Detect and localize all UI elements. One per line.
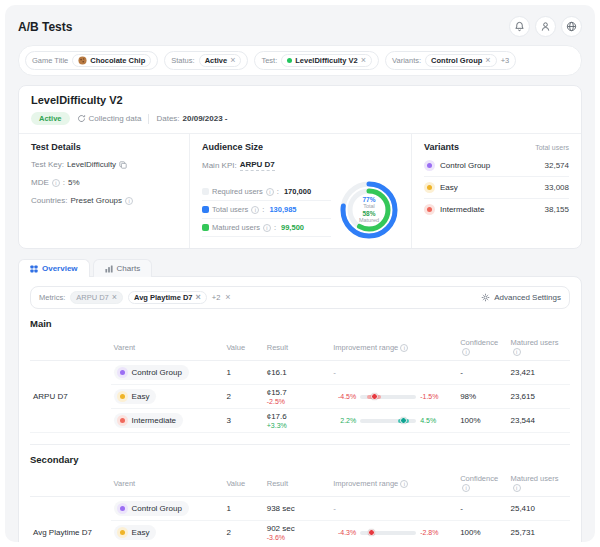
results-col-metric: [30, 334, 111, 361]
audience-legend-row: Matured usersi:99,500: [202, 219, 331, 237]
results-section-title: Secondary: [30, 454, 570, 465]
clear-metrics-icon[interactable]: ×: [225, 293, 230, 302]
close-icon[interactable]: ×: [112, 293, 117, 302]
more-variants-badge[interactable]: +3: [501, 56, 510, 65]
range-dot: [368, 529, 375, 536]
variant-row: Control Group32,574: [424, 155, 569, 177]
status-tag[interactable]: Active ×: [199, 54, 242, 67]
close-icon[interactable]: ×: [485, 56, 490, 65]
improvement-cell: -4.3%-2.8%: [330, 521, 457, 543]
variant-row: Easy33,008: [424, 177, 569, 199]
test-summary-card: LevelDifficulty V2 Active Collecting dat…: [18, 85, 582, 249]
results-table: VarentValueResultImprovement rangeiConfi…: [30, 334, 570, 433]
result-value: ¢17.6: [267, 412, 327, 421]
info-icon: i: [513, 348, 521, 356]
results-col-header: Matured usersi: [508, 334, 571, 361]
variant-color-dot: [427, 185, 432, 190]
variant-color-icon: [424, 204, 435, 215]
result-row: Easy2¢15.7-2.5%-4.5%-1.5%98%23,615: [30, 385, 570, 409]
range-track: [360, 419, 416, 423]
info-icon: i: [400, 344, 408, 352]
variant-color-dot: [120, 418, 125, 423]
result-row: Intermediate3¢17.6+3.3%2.2%4.5%100%23,54…: [30, 409, 570, 433]
metric-chip-arpu[interactable]: ARPU D7 ×: [70, 291, 123, 304]
filter-status-label: Status:: [171, 56, 194, 65]
results-section-title: Main: [30, 318, 570, 329]
advanced-settings-label: Advanced Settings: [494, 293, 561, 302]
legend-colon: :: [262, 205, 264, 214]
variant-cell: Easy: [111, 521, 224, 543]
tab-overview-label: Overview: [42, 264, 78, 273]
mde-row: MDE i : 5%: [31, 178, 177, 187]
metric-chip-playtime-label: Avg Playtime D7: [134, 293, 193, 302]
variant-color-dot: [427, 163, 432, 168]
no-range-dash: -: [333, 368, 336, 377]
tab-overview[interactable]: Overview: [18, 259, 90, 277]
test-title: LevelDifficulty V2: [31, 94, 569, 106]
improvement-range: -4.3%-2.8%: [333, 529, 454, 536]
results-col-header: Value: [223, 470, 263, 497]
confidence-cell: 100%: [457, 521, 507, 543]
game-tag[interactable]: Chocolate Chip: [72, 54, 151, 67]
range-to-value: 4.5%: [420, 417, 443, 424]
variant-name: Easy: [132, 528, 150, 537]
info-icon: i: [462, 348, 470, 356]
value-cell: 3: [223, 409, 263, 433]
donut-center: 77% Total 58% Matured: [339, 180, 399, 240]
metric-chip-playtime[interactable]: Avg Playtime D7 ×: [128, 291, 207, 304]
range-track: [360, 395, 416, 399]
results-card: Metrics: ARPU D7 × Avg Playtime D7 × +2 …: [18, 276, 582, 542]
close-icon[interactable]: ×: [230, 56, 235, 65]
variant-pill: Easy: [114, 389, 157, 404]
filter-test[interactable]: Test: LevelDifficulty V2 ×: [254, 51, 379, 70]
main-kpi-row: Main KPI: ARPU D7: [202, 160, 399, 171]
user-icon: [540, 21, 551, 32]
legend-colon: :: [277, 187, 279, 196]
metrics-label: Metrics:: [39, 293, 65, 302]
tab-charts[interactable]: Charts: [93, 259, 153, 277]
language-button[interactable]: [561, 16, 582, 37]
results-table: VarentValueResultImprovement rangeiConfi…: [30, 470, 570, 542]
result-delta: -2.5%: [267, 398, 327, 405]
more-metrics-badge[interactable]: +2: [212, 293, 221, 302]
main-kpi-value: ARPU D7: [240, 160, 275, 171]
account-button[interactable]: [535, 16, 556, 37]
filter-variants[interactable]: Variants: Control Group × +3: [385, 51, 516, 70]
main-kpi-label: Main KPI:: [202, 161, 237, 170]
variants-heading: Variants: [424, 142, 459, 152]
matured-users-cell: 23,421: [508, 361, 571, 385]
notifications-button[interactable]: [509, 16, 530, 37]
results-sections: MainVarentValueResultImprovement rangeiC…: [19, 318, 581, 542]
matured-users-cell: 25,410: [508, 497, 571, 521]
improvement-cell: -: [330, 361, 457, 385]
legend-label: Matured users: [212, 223, 260, 232]
variant-row-left: Intermediate: [424, 204, 484, 215]
legend-square-icon: [202, 224, 209, 231]
mde-value: 5%: [68, 178, 80, 187]
filter-game-title[interactable]: Game Title Chocolate Chip: [25, 51, 158, 70]
variant-color-dot: [120, 506, 125, 511]
results-col-header: Improvement rangei: [330, 334, 457, 361]
close-icon[interactable]: ×: [361, 56, 366, 65]
variants-tag[interactable]: Control Group ×: [425, 54, 497, 67]
copy-icon[interactable]: [119, 161, 127, 169]
result-row: Avg Playtime D7Control Group1938 sec--25…: [30, 497, 570, 521]
variant-cell: Control Group: [111, 361, 224, 385]
test-card-body: Test Details Test Key: LevelDifficulty M…: [19, 134, 581, 248]
variant-name: Control Group: [132, 504, 182, 513]
result-value: 902 sec: [267, 524, 327, 533]
test-value: LevelDifficulty V2: [295, 56, 358, 65]
test-tag[interactable]: LevelDifficulty V2 ×: [281, 54, 372, 67]
close-icon[interactable]: ×: [196, 293, 201, 302]
metric-chip-arpu-label: ARPU D7: [76, 293, 109, 302]
audience-content: Required usersi:170,000Total usersi:130,…: [202, 180, 399, 240]
variant-color-dot: [120, 370, 125, 375]
tab-charts-label: Charts: [117, 264, 141, 273]
legend-label: Total users: [212, 205, 248, 214]
filter-status[interactable]: Status: Active ×: [164, 51, 248, 70]
variant-row: Intermediate38,155: [424, 199, 569, 220]
variant-color-icon: [117, 367, 128, 378]
advanced-settings-button[interactable]: Advanced Settings: [481, 293, 561, 302]
page: A/B Tests Game Title Chocolate Chip Stat…: [5, 5, 595, 542]
result-row: ARPU D7Control Group1¢16.1--23,421: [30, 361, 570, 385]
